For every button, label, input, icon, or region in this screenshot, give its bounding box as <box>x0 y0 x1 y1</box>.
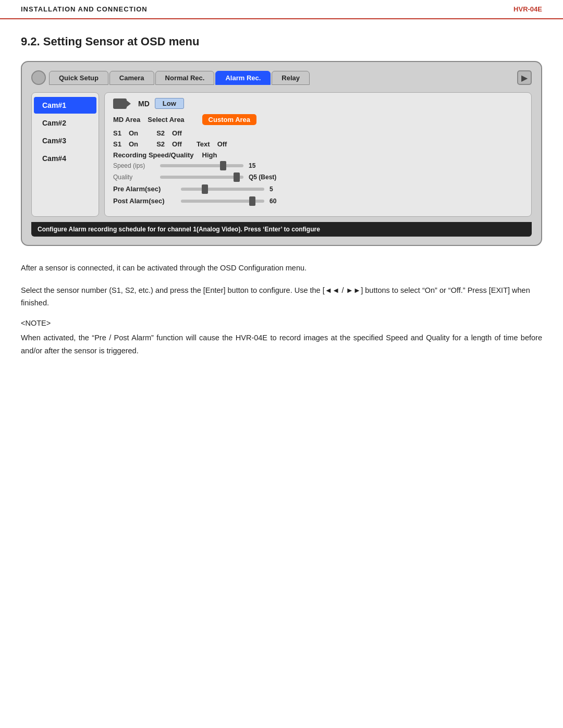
post-alarm-value: 60 <box>270 198 290 205</box>
rec-value: High <box>202 151 217 159</box>
select-area-btn[interactable]: Select Area <box>148 116 184 124</box>
quality-value: Q5 (Best) <box>249 174 280 181</box>
s1-val-1: On <box>129 129 138 137</box>
md-label: MD <box>138 100 150 108</box>
cam4-item[interactable]: Cam#4 <box>34 150 96 167</box>
header-left: INSTALLATION AND CONNECTION <box>21 5 148 13</box>
md-value[interactable]: Low <box>155 98 184 109</box>
pre-alarm-track[interactable] <box>181 188 264 191</box>
cam3-item[interactable]: Cam#3 <box>34 132 96 149</box>
s1-s2-row1: S1 On S2 Off <box>113 129 523 137</box>
s2-label-1: S2 <box>156 129 165 137</box>
tab-bar: Quick Setup Camera Normal Rec. Alarm Rec… <box>31 70 532 85</box>
md-row: MD Low <box>113 98 523 109</box>
body-para1: After a sensor is connected, it can be a… <box>21 262 542 275</box>
tab-normal-rec[interactable]: Normal Rec. <box>155 71 215 85</box>
pre-alarm-row: Pre Alarm(sec) 5 <box>113 185 523 193</box>
cam2-item[interactable]: Cam#2 <box>34 115 96 131</box>
osd-screen: Quick Setup Camera Normal Rec. Alarm Rec… <box>21 61 542 246</box>
area-row: MD Area Select Area Custom Area <box>113 114 523 125</box>
rec-header-row: Recording Speed/Quality High <box>113 151 523 159</box>
note-text: When activated, the “Pre / Post Alarm” f… <box>21 331 542 357</box>
s1-s2-row2: S1 On S2 Off Text Off <box>113 140 523 148</box>
tab-quick-setup[interactable]: Quick Setup <box>49 71 108 85</box>
s2-val-2: Off <box>172 140 182 148</box>
post-alarm-label: Post Alarm(sec) <box>113 197 176 205</box>
quality-track[interactable] <box>160 176 243 179</box>
pre-alarm-value: 5 <box>270 186 290 193</box>
tab-alarm-rec[interactable]: Alarm Rec. <box>215 71 271 85</box>
page-header: INSTALLATION AND CONNECTION HVR-04E <box>0 0 563 19</box>
speed-value: 15 <box>249 162 280 169</box>
speed-label: Speed (ips) <box>113 162 155 169</box>
s1-label-2: S1 <box>113 140 121 148</box>
section-heading: 9.2. Setting Sensor at OSD menu <box>21 35 542 48</box>
tab-camera[interactable]: Camera <box>109 71 154 85</box>
s1-label-1: S1 <box>113 129 121 137</box>
main-panel: Cam#1 Cam#2 Cam#3 Cam#4 MD Low MD Area S… <box>31 92 532 217</box>
tab-next-arrow[interactable]: ▶ <box>517 70 532 85</box>
text-label: Text <box>197 140 210 148</box>
s2-val-1: Off <box>172 129 182 137</box>
speed-thumb[interactable] <box>220 161 226 170</box>
rec-label: Recording Speed/Quality <box>113 151 194 159</box>
settings-panel: MD Low MD Area Select Area Custom Area S… <box>104 92 532 217</box>
post-alarm-row: Post Alarm(sec) 60 <box>113 197 523 205</box>
post-alarm-track[interactable] <box>181 200 264 203</box>
s2-label-2: S2 <box>156 140 165 148</box>
camera-list: Cam#1 Cam#2 Cam#3 Cam#4 <box>31 92 99 217</box>
speed-slider-row: Speed (ips) 15 <box>113 162 523 169</box>
quality-thumb[interactable] <box>234 172 240 182</box>
speed-track[interactable] <box>160 164 243 167</box>
post-alarm-thumb[interactable] <box>249 196 255 206</box>
cam1-item[interactable]: Cam#1 <box>34 97 96 114</box>
header-right: HVR-04E <box>513 5 542 13</box>
tab-relay[interactable]: Relay <box>272 71 310 85</box>
pre-alarm-label: Pre Alarm(sec) <box>113 185 176 193</box>
md-area-label: MD Area <box>113 116 140 124</box>
camera-icon <box>113 98 127 109</box>
status-bar: Configure Alarm recording schedule for f… <box>31 222 532 237</box>
custom-area-btn[interactable]: Custom Area <box>202 114 256 125</box>
text-val: Off <box>217 140 227 148</box>
note-label: <NOTE> <box>21 319 542 327</box>
body-para2: Select the sensor number (S1, S2, etc.) … <box>21 284 542 310</box>
tab-circle-icon <box>31 70 46 85</box>
quality-slider-row: Quality Q5 (Best) <box>113 174 523 181</box>
quality-label: Quality <box>113 174 155 181</box>
pre-alarm-thumb[interactable] <box>202 184 208 194</box>
s1-val-2: On <box>129 140 138 148</box>
